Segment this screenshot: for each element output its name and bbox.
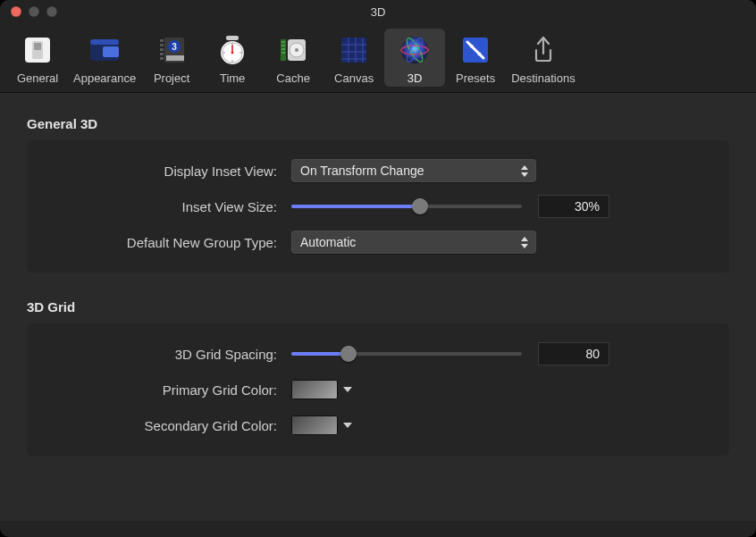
section-3d-grid: 3D Grid Spacing: 80 Primary Grid Color:	[27, 323, 729, 456]
row-display-inset-view: Display Inset View: On Transform Change	[45, 153, 711, 189]
tab-destinations[interactable]: Destinations	[506, 29, 581, 87]
svg-point-32	[295, 48, 298, 52]
svg-marker-52	[521, 244, 528, 248]
dropdown-display-inset-view[interactable]: On Transform Change	[291, 159, 536, 182]
slider-inset-view-size[interactable]	[291, 197, 522, 215]
tab-label: Canvas	[334, 71, 374, 85]
svg-rect-12	[160, 57, 164, 60]
window-close-button[interactable]	[11, 6, 21, 17]
dropdown-value: Automatic	[300, 235, 518, 249]
colorwell-primary-grid[interactable]	[291, 380, 338, 399]
general-icon	[20, 32, 55, 68]
3d-icon	[397, 32, 433, 68]
section-general-3d: Display Inset View: On Transform Change …	[27, 140, 729, 273]
svg-marker-54	[343, 423, 352, 428]
window-zoom-button[interactable]	[46, 6, 57, 17]
tab-canvas[interactable]: Canvas	[323, 29, 384, 87]
tab-cache[interactable]: Cache	[263, 29, 323, 87]
input-value: 30%	[575, 199, 600, 214]
time-icon	[214, 32, 250, 68]
colorwell-disclosure[interactable]	[341, 419, 354, 432]
tab-general[interactable]: General	[7, 29, 68, 87]
svg-rect-8	[160, 39, 164, 42]
label-3d-grid-spacing: 3D Grid Spacing:	[45, 347, 291, 362]
canvas-icon	[336, 32, 372, 68]
slider-thumb[interactable]	[340, 346, 357, 362]
colorwell-disclosure[interactable]	[341, 383, 354, 396]
dropdown-default-new-group-type[interactable]: Automatic	[291, 231, 536, 254]
tab-label: Time	[220, 71, 245, 85]
svg-point-20	[231, 52, 234, 55]
svg-rect-26	[281, 41, 285, 43]
row-3d-grid-spacing: 3D Grid Spacing: 80	[45, 336, 711, 372]
label-inset-view-size: Inset View Size:	[45, 199, 291, 214]
input-3d-grid-spacing[interactable]: 80	[538, 342, 609, 365]
input-value: 80	[585, 347, 600, 361]
destinations-icon	[525, 32, 561, 68]
svg-rect-15	[166, 55, 184, 61]
row-default-new-group-type: Default New Group Type: Automatic	[45, 224, 711, 260]
tab-label: Presets	[456, 71, 495, 85]
svg-marker-49	[521, 165, 528, 170]
svg-rect-2	[34, 43, 41, 50]
svg-rect-28	[281, 48, 285, 50]
titlebar: 3D	[0, 0, 756, 23]
section-title-3d-grid: 3D Grid	[27, 299, 729, 315]
tab-project[interactable]: 3 Project	[141, 29, 202, 87]
swatch	[292, 381, 337, 399]
section-title-general-3d: General 3D	[27, 116, 729, 131]
slider-thumb[interactable]	[412, 198, 428, 214]
slider-3d-grid-spacing[interactable]	[291, 345, 522, 363]
cache-icon	[275, 32, 311, 68]
preferences-pane-3d: General 3D Display Inset View: On Transf…	[0, 93, 756, 521]
slider-fill	[291, 205, 420, 208]
window-title: 3D	[0, 5, 756, 19]
stepper-icon	[518, 163, 531, 179]
svg-marker-51	[521, 237, 528, 241]
svg-rect-5	[103, 46, 119, 57]
label-display-inset-view: Display Inset View:	[45, 164, 291, 179]
tab-label: Project	[154, 71, 189, 85]
svg-rect-9	[160, 44, 164, 46]
window-controls	[0, 6, 57, 17]
swatch	[292, 416, 337, 434]
tab-label: Appearance	[73, 71, 136, 85]
stepper-icon	[518, 234, 531, 250]
label-primary-grid-color: Primary Grid Color:	[45, 382, 291, 398]
label-secondary-grid-color: Secondary Grid Color:	[45, 418, 291, 433]
svg-rect-16	[226, 36, 239, 40]
svg-rect-11	[160, 53, 164, 55]
tab-appearance[interactable]: Appearance	[68, 29, 141, 87]
input-inset-view-size[interactable]: 30%	[538, 195, 609, 218]
tab-3d[interactable]: 3D	[384, 29, 445, 87]
tab-presets[interactable]: Presets	[445, 29, 506, 87]
row-secondary-grid-color: Secondary Grid Color:	[45, 407, 711, 443]
row-primary-grid-color: Primary Grid Color:	[45, 372, 711, 407]
svg-rect-4	[90, 39, 119, 45]
presets-icon	[458, 32, 493, 68]
tab-label: Destinations	[511, 71, 575, 85]
appearance-icon	[87, 32, 122, 68]
window-minimize-button[interactable]	[29, 6, 39, 17]
svg-rect-27	[281, 45, 285, 46]
tab-time[interactable]: Time	[202, 29, 263, 87]
tab-label: Cache	[276, 71, 310, 85]
svg-marker-50	[521, 172, 528, 177]
svg-rect-10	[160, 48, 164, 51]
tab-label: General	[17, 71, 58, 85]
dropdown-value: On Transform Change	[300, 164, 518, 178]
project-icon: 3	[154, 32, 189, 68]
row-inset-view-size: Inset View Size: 30%	[45, 189, 711, 224]
svg-text:3: 3	[172, 42, 177, 52]
tab-label: 3D	[407, 71, 423, 85]
svg-marker-53	[343, 387, 352, 392]
label-default-new-group-type: Default New Group Type:	[45, 235, 291, 250]
svg-rect-29	[281, 52, 285, 54]
colorwell-secondary-grid[interactable]	[291, 415, 338, 435]
svg-point-40	[401, 37, 428, 63]
preferences-toolbar: General Appearance 3 Project	[0, 23, 756, 93]
